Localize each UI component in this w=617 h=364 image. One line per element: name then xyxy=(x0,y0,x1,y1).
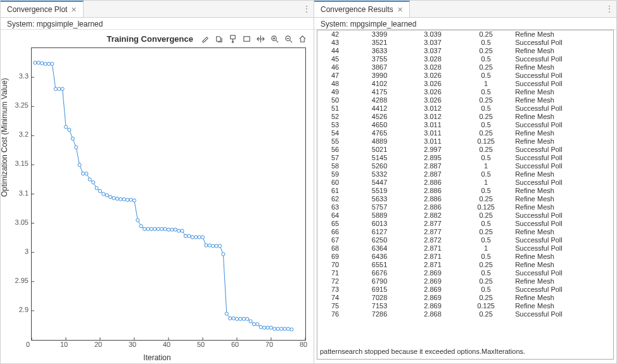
table-cell: 3.011 xyxy=(406,121,459,129)
table-cell: 0.5 xyxy=(459,170,512,179)
table-cell: 0.25 xyxy=(459,261,512,269)
pane-menu-icon[interactable]: ⋮ xyxy=(300,1,314,17)
tab-convergence-plot[interactable]: Convergence Plot ✕ xyxy=(1,1,84,17)
plot-toolbar-row: Training Convergence xyxy=(7,34,307,44)
svg-point-85 xyxy=(246,317,249,320)
table-cell: Successful Poll xyxy=(512,286,613,294)
system-row-right: System: mpgsimple_learned xyxy=(314,18,616,30)
table-cell: Successful Poll xyxy=(512,146,613,154)
tabstrip-left: Convergence Plot ✕ ⋮ xyxy=(1,1,314,18)
close-icon[interactable]: ✕ xyxy=(71,6,77,14)
x-tick-label: 50 xyxy=(197,341,205,348)
table-cell: 2.895 xyxy=(406,154,459,162)
svg-point-93 xyxy=(273,327,276,330)
svg-point-84 xyxy=(242,317,245,320)
table-cell: 56 xyxy=(317,146,353,154)
table-cell: 3633 xyxy=(353,47,406,55)
svg-point-27 xyxy=(47,62,50,65)
table-cell: 68 xyxy=(317,244,353,253)
table-cell: 0.5 xyxy=(459,121,512,129)
table-cell: 51 xyxy=(317,104,353,113)
svg-point-86 xyxy=(249,320,252,323)
table-cell: Successful Poll xyxy=(512,154,613,162)
table-cell: 62 xyxy=(317,195,353,203)
table-cell: 44 xyxy=(317,47,353,55)
svg-point-25 xyxy=(41,61,44,65)
table-row: 5346503.0110.5Successful Poll xyxy=(317,121,613,129)
table-cell: 7153 xyxy=(353,302,406,310)
table-cell: 60 xyxy=(317,179,353,187)
svg-point-55 xyxy=(143,227,146,230)
svg-point-68 xyxy=(188,234,191,237)
table-cell: Refine Mesh xyxy=(512,302,613,310)
table-cell: 0.5 xyxy=(459,187,512,195)
table-cell: 43 xyxy=(317,39,353,47)
table-cell: 2.886 xyxy=(406,179,459,187)
svg-point-52 xyxy=(132,199,136,202)
svg-point-75 xyxy=(212,244,215,248)
system-name: mpgsimple_learned xyxy=(350,20,417,28)
results-table-scroll[interactable]: 4233993.0390.25Refine Mesh4335213.0370.5… xyxy=(317,30,613,346)
table-row: 5144123.0120.5Successful Poll xyxy=(317,104,613,113)
table-cell: 0.5 xyxy=(459,88,512,96)
home-icon[interactable] xyxy=(297,34,307,44)
zoom-out-icon[interactable] xyxy=(283,34,293,44)
table-row: 4436333.0370.25Refine Mesh xyxy=(317,47,613,55)
svg-point-77 xyxy=(218,244,221,248)
table-cell: Refine Mesh xyxy=(512,261,613,269)
table-row: 5042883.0260.25Refine Mesh xyxy=(317,96,613,104)
table-cell: 63 xyxy=(317,203,353,211)
table-cell: 57 xyxy=(317,154,353,162)
table-cell: 6790 xyxy=(353,277,406,286)
table-row: 6560132.8770.5Successful Poll xyxy=(317,220,613,228)
table-cell: 2.877 xyxy=(406,220,459,228)
svg-point-50 xyxy=(126,198,129,201)
table-cell: 2.871 xyxy=(406,244,459,253)
table-cell: 6127 xyxy=(353,228,406,236)
table-cell: 6676 xyxy=(353,269,406,277)
data-tips-icon[interactable] xyxy=(227,34,238,44)
x-tick-label: 10 xyxy=(60,341,68,348)
table-cell: 0.25 xyxy=(459,30,512,39)
zoom-in-icon[interactable] xyxy=(269,34,279,44)
table-cell: 0.25 xyxy=(459,195,512,203)
table-cell: 46 xyxy=(317,63,353,72)
brush-icon[interactable] xyxy=(200,34,210,44)
table-cell: 4889 xyxy=(353,137,406,146)
svg-point-44 xyxy=(105,194,108,197)
table-cell: 52 xyxy=(317,113,353,121)
stop-message: patternsearch stopped because it exceede… xyxy=(317,346,613,359)
table-cell: 2.886 xyxy=(406,195,459,203)
table-cell: 0.5 xyxy=(459,220,512,228)
table-cell: 5519 xyxy=(353,187,406,195)
box-icon[interactable] xyxy=(241,34,251,44)
svg-point-63 xyxy=(170,228,174,231)
svg-point-65 xyxy=(177,229,181,232)
table-cell: 2.871 xyxy=(406,253,459,261)
svg-point-79 xyxy=(225,312,228,315)
table-cell: 3990 xyxy=(353,72,406,80)
table-row: 4233993.0390.25Refine Mesh xyxy=(317,30,613,39)
table-cell: 3.011 xyxy=(406,137,459,146)
table-row: 5852602.8871Successful Poll xyxy=(317,162,613,170)
pane-menu-icon[interactable]: ⋮ xyxy=(602,1,616,17)
table-cell: 2.872 xyxy=(406,236,459,244)
x-tick-label: 0 xyxy=(26,341,30,348)
table-cell: Refine Mesh xyxy=(512,88,613,96)
table-cell: Successful Poll xyxy=(512,72,613,80)
table-row: 7470282.8690.25Refine Mesh xyxy=(317,294,613,302)
svg-point-74 xyxy=(208,244,211,247)
pan-icon[interactable] xyxy=(255,34,265,44)
svg-point-48 xyxy=(119,198,122,201)
table-row: 6256332.8860.25Refine Mesh xyxy=(317,195,613,203)
table-cell: 75 xyxy=(317,302,353,310)
chart-axes[interactable] xyxy=(31,47,306,341)
table-cell: 53 xyxy=(317,121,353,129)
pane-convergence-plot: Convergence Plot ✕ ⋮ System: mpgsimple_l… xyxy=(0,0,314,364)
tab-label: Convergence Plot xyxy=(7,5,67,14)
close-icon[interactable]: ✕ xyxy=(397,6,403,14)
export-icon[interactable] xyxy=(213,34,224,44)
tab-convergence-results[interactable]: Convergence Results ✕ xyxy=(314,1,410,17)
table-cell: 4526 xyxy=(353,113,406,121)
svg-point-59 xyxy=(156,227,160,230)
